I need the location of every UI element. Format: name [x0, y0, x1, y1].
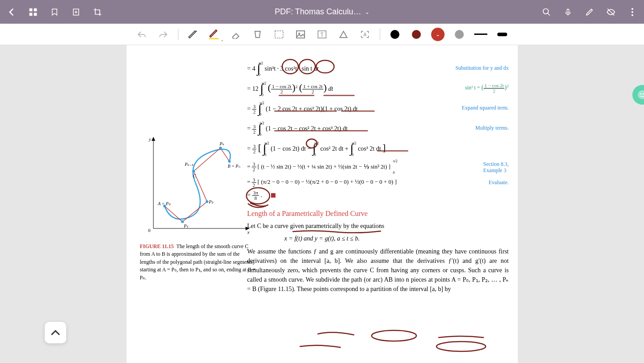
back-icon[interactable] [5, 6, 18, 18]
text-tool[interactable]: T [315, 28, 329, 41]
app-header: PDF: Thomas Calculu… ⌄ [0, 0, 644, 24]
svg-point-33 [219, 147, 222, 149]
color-selected[interactable]: ⌄ [431, 28, 445, 41]
svg-point-18 [299, 59, 315, 74]
svg-text:B = Pₙ: B = Pₙ [228, 164, 241, 169]
svg-rect-11 [275, 31, 283, 38]
annotation-text: sin² t = (1 − cos 2t2)2 [447, 83, 509, 93]
lasso-tool[interactable] [272, 28, 286, 41]
pdf-page: = 4 ∫π/20 sin³t · 3 cos²t · sin t dt Sub… [127, 45, 518, 363]
math-text: [ (t − ½ sin 2t) − ½(t + ¼ sin 2t) + ½(s… [258, 163, 390, 170]
svg-rect-1 [34, 8, 37, 11]
svg-point-45 [640, 93, 642, 95]
stroke-thick[interactable] [496, 28, 509, 41]
math-text: = 12 [247, 85, 258, 92]
svg-text:Pₖ: Pₖ [219, 141, 225, 146]
annotation-text: Section 8.3, Example 3 [466, 161, 509, 174]
figure-11-15: y x 0 A = P₀ P₁ P₂ C Pₖ₋₁ Pₖ [140, 135, 256, 282]
color-black[interactable] [388, 28, 402, 41]
parametric-equations: x = f(t) and y = g(t), a ≤ t ≤ b. [247, 235, 397, 242]
annotation-toolbar: ⌄ T A ⌄ [0, 24, 644, 45]
svg-point-30 [181, 220, 184, 223]
svg-point-32 [192, 170, 195, 173]
toolbar-divider [380, 29, 380, 40]
bookmark-icon[interactable] [48, 6, 61, 18]
add-page-icon[interactable] [70, 6, 82, 18]
color-darkred[interactable] [410, 28, 423, 41]
svg-point-31 [206, 200, 208, 203]
svg-point-20 [306, 139, 317, 148]
body-paragraph: We assume the functions ƒ and g are cont… [247, 247, 509, 294]
svg-point-42 [372, 330, 416, 341]
svg-text:T: T [320, 32, 324, 38]
svg-rect-10 [209, 38, 219, 39]
toolbar-divider [178, 29, 178, 40]
math-text: [ (π/2 − 0 − 0 − 0) − ½(π/2 + 0 − 0 − 0)… [258, 178, 397, 185]
stroke-thin[interactable] [474, 28, 487, 41]
figure-caption: FIGURE 11.15 The length of the smooth cu… [140, 243, 256, 282]
annotation-text: Substitution for y and dx [437, 65, 508, 72]
svg-text:Pₖ₋₁: Pₖ₋₁ [184, 162, 193, 167]
svg-point-44 [638, 90, 644, 99]
svg-point-7 [631, 8, 633, 10]
undo-icon[interactable] [135, 28, 148, 41]
svg-text:A = P₀: A = P₀ [157, 201, 171, 206]
svg-text:0: 0 [148, 228, 151, 233]
header-left [5, 6, 104, 18]
svg-rect-6 [567, 9, 569, 13]
more-icon[interactable] [626, 6, 639, 18]
annotation-text: Expand squared term. [444, 105, 509, 111]
crop-icon[interactable] [91, 6, 104, 18]
header-center: PDF: Thomas Calculu… ⌄ [104, 7, 540, 17]
math-text: = 4 [247, 65, 255, 72]
mic-icon[interactable] [562, 6, 574, 18]
svg-point-34 [228, 160, 231, 163]
svg-point-5 [543, 8, 549, 14]
svg-text:C: C [193, 173, 196, 178]
paint-tool[interactable] [251, 28, 264, 41]
document-viewport[interactable]: = 4 ∫π/20 sin³t · 3 cos²t · sin t dt Sub… [0, 45, 644, 363]
annotation-text: Evaluate. [471, 179, 509, 186]
shape-tool[interactable] [337, 28, 350, 41]
header-right [540, 6, 639, 18]
handwriting-overlay [291, 321, 497, 357]
svg-rect-3 [34, 13, 37, 16]
svg-rect-2 [30, 13, 33, 16]
svg-text:A: A [364, 32, 367, 37]
svg-text:P₂: P₂ [208, 199, 214, 204]
annotation-text: Multiply terms. [458, 125, 509, 131]
apps-icon[interactable] [27, 6, 39, 18]
svg-point-8 [631, 11, 633, 13]
document-title[interactable]: PDF: Thomas Calculu… [275, 7, 361, 17]
redo-icon[interactable] [157, 28, 170, 41]
eraser-tool[interactable] [229, 28, 243, 41]
integral-symbol: ∫ [257, 61, 260, 75]
fountain-pen-tool[interactable] [186, 28, 200, 41]
expand-toolbar-button[interactable] [45, 322, 66, 343]
svg-marker-24 [152, 137, 155, 141]
highlighter-tool[interactable]: ⌄ [208, 28, 221, 41]
svg-point-19 [316, 60, 334, 73]
svg-text:P₁: P₁ [183, 224, 188, 228]
svg-point-9 [631, 14, 633, 16]
section-heading: Length of a Parametrically Defined Curve [247, 210, 509, 218]
chevron-down-icon[interactable]: ⌄ [365, 9, 369, 15]
eye-off-icon[interactable] [605, 6, 617, 18]
text-recognition-tool[interactable]: A [358, 28, 372, 41]
svg-rect-0 [30, 8, 33, 11]
svg-point-43 [436, 342, 486, 351]
svg-point-17 [282, 59, 298, 74]
image-tool[interactable] [294, 28, 307, 41]
pen-icon[interactable] [583, 6, 596, 18]
search-icon[interactable] [540, 6, 553, 18]
svg-text:y: y [148, 136, 151, 142]
color-grey[interactable] [453, 28, 466, 41]
